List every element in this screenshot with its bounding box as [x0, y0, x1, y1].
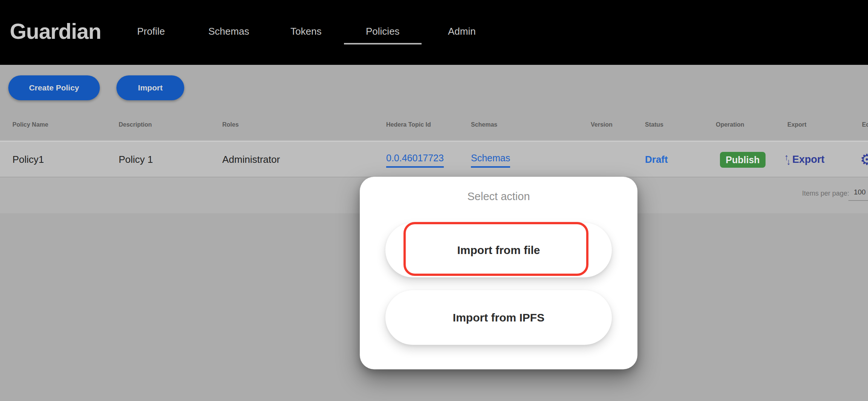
- nav-tab-tokens[interactable]: Tokens: [290, 26, 321, 37]
- import-button[interactable]: Import: [116, 75, 184, 100]
- column-header-export: Export: [787, 121, 807, 128]
- export-button[interactable]: ↑↓Export: [784, 142, 825, 177]
- column-header-description: Description: [119, 121, 152, 128]
- column-header-schemas: Schemas: [471, 121, 497, 128]
- nav-tab-policies[interactable]: Policies: [366, 26, 400, 37]
- schemas-link[interactable]: Schemas: [471, 153, 510, 168]
- gear-icon[interactable]: ⚙: [860, 151, 868, 168]
- table-row: Policy1 Policy 1 Administrator 0.0.46017…: [0, 141, 868, 177]
- column-header-operation: Operation: [716, 121, 744, 128]
- nav-tab-profile[interactable]: Profile: [137, 26, 165, 37]
- import-export-icon: ↑↓: [784, 142, 789, 178]
- hedera-topic-id-link[interactable]: 0.0.46017723: [386, 153, 444, 168]
- nav-tab-schemas[interactable]: Schemas: [208, 26, 249, 37]
- column-header-version: Version: [591, 121, 613, 128]
- cell-policy-name: Policy1: [12, 142, 44, 177]
- items-per-page-select[interactable]: 100: [848, 188, 868, 201]
- nav-tab-admin[interactable]: Admin: [448, 26, 476, 37]
- dialog-title: Select action: [360, 190, 637, 203]
- export-label: Export: [792, 154, 825, 165]
- column-header-policy-name: Policy Name: [12, 121, 48, 128]
- cell-description: Policy 1: [119, 142, 153, 177]
- brand-logo: Guardian: [10, 19, 101, 44]
- cell-roles: Administrator: [222, 142, 280, 177]
- status-badge: Draft: [645, 154, 668, 165]
- items-per-page-label: Items per page:: [802, 190, 849, 197]
- column-header-hedera-topic-id: Hedera Topic Id: [386, 121, 431, 128]
- publish-button[interactable]: Publish: [720, 152, 766, 168]
- import-from-ipfs-button[interactable]: Import from IPFS: [385, 290, 612, 345]
- cell-hedera-topic-id: 0.0.46017723: [386, 142, 444, 177]
- cell-status: Draft: [645, 142, 668, 177]
- table-header-row: Policy Name Description Roles Hedera Top…: [0, 113, 868, 141]
- column-header-roles: Roles: [222, 121, 239, 128]
- column-header-status: Status: [645, 121, 663, 128]
- select-action-dialog: Select action Import from file Import fr…: [360, 177, 637, 369]
- app-header: Guardian Profile Schemas Tokens Policies…: [0, 0, 868, 65]
- create-policy-button[interactable]: Create Policy: [8, 75, 100, 100]
- cell-schemas: Schemas: [471, 142, 510, 177]
- column-header-edit: Edit: [862, 121, 868, 128]
- import-from-file-button[interactable]: Import from file: [385, 223, 612, 277]
- policies-page: { "app": { "brand": "Guardian" }, "heade…: [0, 0, 868, 401]
